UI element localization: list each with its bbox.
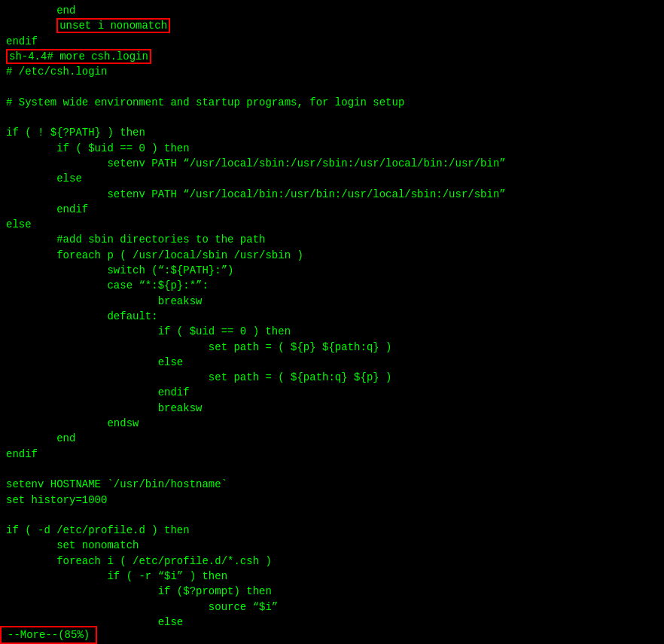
line-9: if ( ! ${?PATH} ) then <box>6 125 658 140</box>
line-22: if ( $uid == 0 ) then <box>6 324 658 339</box>
line-36: set nonomatch <box>6 538 658 553</box>
line-blank-4 <box>6 508 658 523</box>
line-17: foreach p ( /usr/local/sbin /usr/sbin ) <box>6 248 658 263</box>
line-2: unset i nonomatch <box>6 18 658 33</box>
line-1: end <box>6 3 658 18</box>
line-29: end <box>6 431 658 446</box>
line-10: if ( $uid == 0 ) then <box>6 141 658 156</box>
line-26: endif <box>6 385 658 400</box>
line-18: switch (“:${PATH}:”) <box>6 263 658 278</box>
line-23: set path = ( ${p} ${path:q} ) <box>6 340 658 355</box>
highlight-cmd: sh-4.4# more csh.login <box>6 49 151 64</box>
line-25: set path = ( ${path:q} ${p} ) <box>6 370 658 385</box>
line-28: endsw <box>6 416 658 431</box>
line-38: if ( -r “$i” ) then <box>6 569 658 584</box>
line-15: else <box>6 217 658 232</box>
line-40: source “$i” <box>6 600 658 615</box>
line-blank-3 <box>6 462 658 477</box>
line-blank-1 <box>6 79 658 94</box>
line-39: if ($?prompt) then <box>6 584 658 599</box>
line-35: if ( -d /etc/profile.d ) then <box>6 523 658 538</box>
line-blank-2 <box>6 110 658 125</box>
line-16: #add sbin directories to the path <box>6 232 658 247</box>
line-27: breaksw <box>6 401 658 416</box>
line-41: else <box>6 615 658 630</box>
line-21: default: <box>6 309 658 324</box>
line-5: # /etc/csh.login <box>6 64 658 79</box>
line-19: case “*:${p}:*”: <box>6 278 658 293</box>
line-7: # System wide environment and startup pr… <box>6 95 658 110</box>
line-12: else <box>6 171 658 186</box>
line-24: else <box>6 355 658 370</box>
status-text: --More--(85%) <box>8 629 90 641</box>
highlight-unset: unset i nonomatch <box>56 18 170 33</box>
line-13: setenv PATH “/usr/local/bin:/usr/bin:/us… <box>6 187 658 202</box>
line-11: setenv PATH “/usr/local/sbin:/usr/sbin:/… <box>6 156 658 171</box>
terminal: end unset i nonomatch endif sh-4.4# more… <box>0 0 664 644</box>
line-32: setenv HOSTNAME `/usr/bin/hostname` <box>6 477 658 492</box>
line-37: foreach i ( /etc/profile.d/*.csh ) <box>6 554 658 569</box>
line-4: sh-4.4# more csh.login <box>6 49 658 64</box>
line-33: set history=1000 <box>6 493 658 508</box>
line-30: endif <box>6 447 658 462</box>
status-bar: --More--(85%) <box>0 626 97 644</box>
line-14: endif <box>6 202 658 217</box>
line-3: endif <box>6 34 658 49</box>
line-20: breaksw <box>6 294 658 309</box>
